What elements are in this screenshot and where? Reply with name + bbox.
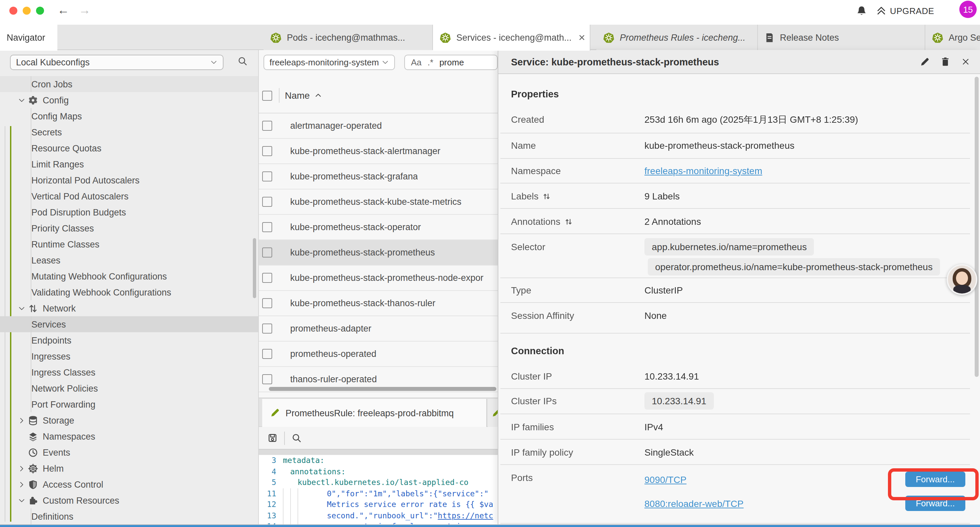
sidebar-item-custom-resources[interactable]: Custom Resources xyxy=(0,492,259,508)
sidebar-item-services[interactable]: Services xyxy=(0,316,259,332)
sidebar-item-ingress-classes[interactable]: Ingress Classes xyxy=(0,364,259,380)
table-row[interactable]: kube-prometheus-stack-kube-state-metrics xyxy=(259,189,498,215)
upgrade-button[interactable]: UPGRADE xyxy=(876,5,934,16)
sidebar-item-endpoints[interactable]: Endpoints xyxy=(0,332,259,348)
editor-scroll-groove[interactable] xyxy=(259,449,498,455)
sidebar-item-config-maps[interactable]: Config Maps xyxy=(0,108,259,124)
delete-trash-icon[interactable] xyxy=(941,57,950,67)
regex-toggle[interactable]: .* xyxy=(428,57,433,67)
table-row[interactable]: kube-prometheus-stack-alertmanager xyxy=(259,139,498,164)
row-checkbox[interactable] xyxy=(262,349,272,359)
port-link-8080[interactable]: 8080:reloader-web/TCP xyxy=(644,498,743,509)
tab-prometheus-rules[interactable]: Prometheus Rules - icecheng... xyxy=(597,25,758,50)
services-table-body: alertmanager-operatedkube-prometheus-sta… xyxy=(259,113,498,392)
tab-navigator[interactable]: Navigator xyxy=(0,25,57,51)
row-checkbox[interactable] xyxy=(262,374,272,384)
chevron-right-icon[interactable] xyxy=(17,417,26,424)
notifications-bell-icon[interactable] xyxy=(856,5,867,17)
sidebar-item-ingresses[interactable]: Ingresses xyxy=(0,348,259,364)
sidebar-item-mutating-webhook-configurations[interactable]: Mutating Webhook Configurations xyxy=(0,268,259,284)
chevron-down-icon[interactable] xyxy=(17,497,26,504)
table-row[interactable]: kube-prometheus-stack-prometheus xyxy=(259,240,498,266)
chevron-right-icon[interactable] xyxy=(17,481,26,488)
code-text: Metrics service error rate is {{ $va xyxy=(298,500,493,509)
row-checkbox[interactable] xyxy=(262,197,272,207)
row-checkbox[interactable] xyxy=(262,247,272,258)
tab-pods[interactable]: Pods - icecheng@mathmas... xyxy=(264,25,433,50)
editor-tab-prometheusrule[interactable]: PrometheusRule: freeleaps-prod-rabbitmq xyxy=(262,399,487,427)
save-icon[interactable] xyxy=(267,433,277,443)
table-row[interactable]: alertmanager-operated xyxy=(259,113,498,139)
sidebar-item-storage[interactable]: Storage xyxy=(0,412,259,428)
sidebar-item-access-control[interactable]: Access Control xyxy=(0,476,259,492)
sort-toggle-icon[interactable] xyxy=(543,192,551,201)
back-button[interactable]: ← xyxy=(57,3,69,18)
sidebar-item-config[interactable]: Config xyxy=(0,92,259,108)
close-panel-icon[interactable] xyxy=(961,57,970,66)
sidebar-item-cron-jobs[interactable]: Cron Jobs xyxy=(0,76,259,92)
row-checkbox[interactable] xyxy=(262,172,272,182)
minimize-window-button[interactable] xyxy=(23,7,31,15)
zoom-window-button[interactable] xyxy=(36,7,44,15)
notification-count-badge[interactable]: 15 xyxy=(959,1,977,18)
sidebar-item-definitions[interactable]: Definitions xyxy=(0,508,259,524)
sidebar-item-network[interactable]: Network xyxy=(0,300,259,316)
sort-toggle-icon[interactable] xyxy=(565,217,573,226)
sidebar-item-priority-classes[interactable]: Priority Classes xyxy=(0,220,259,236)
sidebar-item-leases[interactable]: Leases xyxy=(0,252,259,268)
table-search-input[interactable]: Aa .* prome xyxy=(404,55,498,70)
sidebar-item-limit-ranges[interactable]: Limit Ranges xyxy=(0,156,259,172)
table-row[interactable]: kube-prometheus-stack-grafana xyxy=(259,164,498,189)
sidebar-scrollbar[interactable] xyxy=(253,238,256,298)
assistant-avatar[interactable] xyxy=(947,264,977,295)
edit-pencil-icon[interactable] xyxy=(920,57,929,66)
close-window-button[interactable] xyxy=(10,7,18,15)
runbook-url-link[interactable]: https://netc xyxy=(438,511,493,520)
chevron-down-icon[interactable] xyxy=(17,96,26,104)
row-checkbox[interactable] xyxy=(262,323,272,334)
table-horizontal-scrollbar[interactable] xyxy=(269,387,496,391)
sidebar-item-network-policies[interactable]: Network Policies xyxy=(0,380,259,396)
forward-button[interactable]: → xyxy=(79,3,91,18)
yaml-editor[interactable]: 3metadata:4annotations:5kubectl.kubernet… xyxy=(259,455,498,524)
namespace-filter-select[interactable]: freeleaps-monitoring-system xyxy=(264,55,395,70)
table-row[interactable]: prometheus-operated xyxy=(259,342,498,367)
sidebar-item-horizontal-pod-autoscalers[interactable]: Horizontal Pod Autoscalers xyxy=(0,172,259,188)
kubeconfig-selector[interactable]: Local Kubeconfigs xyxy=(10,55,223,70)
row-checkbox[interactable] xyxy=(262,273,272,283)
row-checkbox[interactable] xyxy=(262,222,272,232)
sidebar-item-secrets[interactable]: Secrets xyxy=(0,124,259,140)
editor-search-icon[interactable] xyxy=(291,433,302,443)
sidebar-item-resource-quotas[interactable]: Resource Quotas xyxy=(0,140,259,156)
sidebar-item-namespaces[interactable]: Namespaces xyxy=(0,428,259,444)
table-row[interactable]: kube-prometheus-stack-operator xyxy=(259,215,498,240)
type-label: Type xyxy=(511,285,531,296)
tab-services[interactable]: Services - icecheng@math... ✕ xyxy=(433,25,590,51)
editor-tab-partial[interactable] xyxy=(488,399,498,427)
match-case-toggle[interactable]: Aa xyxy=(411,57,422,67)
sidebar-item-runtime-classes[interactable]: Runtime Classes xyxy=(0,236,259,252)
sidebar-item-helm[interactable]: Helm xyxy=(0,460,259,476)
port-link-9090[interactable]: 9090/TCP xyxy=(644,474,686,485)
table-row[interactable]: prometheus-adapter xyxy=(259,316,498,342)
sidebar-item-port-forwarding[interactable]: Port Forwarding xyxy=(0,396,259,412)
tab-release-notes[interactable]: Release Notes xyxy=(758,25,925,50)
chevron-right-icon[interactable] xyxy=(17,465,26,472)
row-checkbox[interactable] xyxy=(262,146,272,156)
sidebar-item-validating-webhook-configurations[interactable]: Validating Webhook Configurations xyxy=(0,284,259,300)
sidebar-item-vertical-pod-autoscalers[interactable]: Vertical Pod Autoscalers xyxy=(0,188,259,204)
row-checkbox[interactable] xyxy=(262,121,272,131)
search-icon[interactable] xyxy=(237,56,248,66)
namespace-link[interactable]: freeleaps-monitoring-system xyxy=(644,166,762,176)
close-tab-icon[interactable]: ✕ xyxy=(577,33,587,43)
tab-argo[interactable]: Argo Se xyxy=(925,25,980,50)
sidebar-item-pod-disruption-budgets[interactable]: Pod Disruption Budgets xyxy=(0,204,259,220)
detail-panel-scrollbar[interactable] xyxy=(975,77,978,377)
row-checkbox[interactable] xyxy=(262,298,272,308)
table-row[interactable]: kube-prometheus-stack-prometheus-node-ex… xyxy=(259,266,498,291)
sidebar-item-events[interactable]: Events xyxy=(0,444,259,460)
select-all-checkbox[interactable] xyxy=(262,91,272,100)
chevron-down-icon[interactable] xyxy=(17,304,26,312)
name-column-header[interactable]: Name xyxy=(285,90,323,101)
table-row[interactable]: kube-prometheus-stack-thanos-ruler xyxy=(259,291,498,316)
